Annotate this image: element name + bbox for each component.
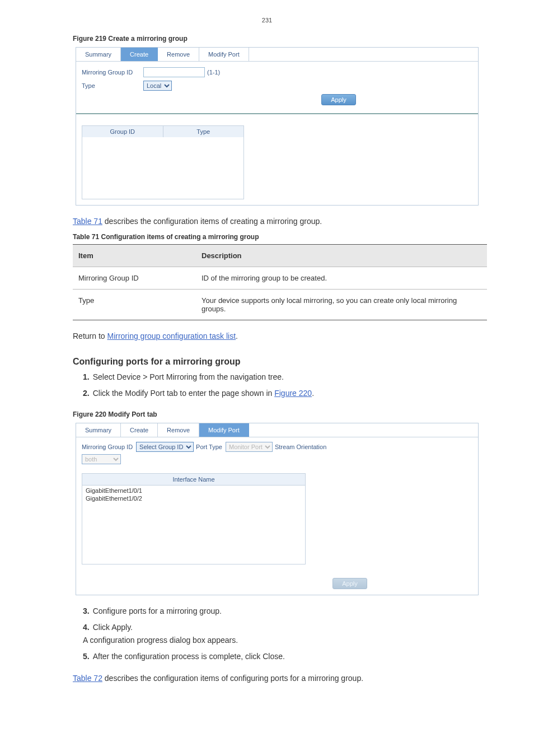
cell-desc: Your device supports only local mirrorin… (196, 290, 487, 320)
label-group-id: Mirroring Group ID (82, 444, 133, 450)
interface-grid: Interface Name GigabitEthernet1/0/1 Giga… (82, 473, 306, 564)
step-text: Configure ports for a mirroring group. (93, 606, 222, 615)
col-group-id: Group ID (82, 126, 163, 137)
step-num: 4. (83, 623, 90, 632)
apply-button[interactable]: Apply (332, 578, 367, 589)
table-71: Item Description Mirroring Group ID ID o… (73, 244, 487, 320)
page-number: 231 (22, 0, 512, 24)
table-row: Mirroring Group ID ID of the mirroring g… (73, 267, 487, 290)
step-text: Click Apply. (93, 623, 133, 632)
group-id-select[interactable]: Select Group ID (136, 442, 194, 452)
text-after-fig219: Table 71 describes the configuration ite… (73, 216, 487, 227)
th-desc: Description (196, 245, 487, 267)
tab-create[interactable]: Create (121, 423, 158, 437)
figure-220-caption: Figure 220 Modify Port tab (73, 410, 512, 418)
col-interface-name: Interface Name (82, 474, 305, 486)
step-1: 1.Select Device > Port Mirroring from th… (83, 371, 486, 383)
col-type: Type (163, 126, 244, 137)
apply-button[interactable]: Apply (321, 94, 356, 105)
cell-item: Mirroring Group ID (73, 267, 196, 290)
step-text-pre: Click the Modify Port tab to enter the p… (93, 389, 275, 398)
list-item[interactable]: GigabitEthernet1/0/1 (86, 487, 302, 494)
label-type: Type (82, 82, 143, 89)
step-text-post: . (312, 389, 314, 398)
text-after-fig219-post: describes the configuration items of cre… (102, 217, 322, 226)
link-table-72[interactable]: Table 72 (73, 674, 102, 683)
text-after-fig220-post: describes the configuration items of con… (102, 674, 363, 683)
tab-remove[interactable]: Remove (158, 423, 199, 437)
step-5: 5.After the configuration process is com… (83, 651, 486, 662)
cell-desc: ID of the mirroring group to be created. (196, 267, 487, 290)
step-num: 2. (83, 389, 90, 398)
step-num: 3. (83, 606, 90, 615)
text-after-fig220: Table 72 describes the configuration ite… (73, 673, 487, 684)
tab-summary[interactable]: Summary (76, 423, 121, 437)
create-form: Mirroring Group ID (1-1) Type Local Appl… (76, 62, 478, 114)
step-text: After the configuration process is compl… (93, 652, 285, 661)
tab-create[interactable]: Create (121, 48, 158, 61)
type-select[interactable]: Local (143, 81, 172, 91)
table-row: Type Your device supports only local mir… (73, 290, 487, 320)
step-4: 4.Click Apply. A configuration progress … (83, 622, 486, 646)
tab-remove[interactable]: Remove (158, 48, 199, 61)
tab-modify-port[interactable]: Modify Port (199, 423, 249, 437)
return-post: . (236, 332, 238, 340)
tabs-row: Summary Create Remove Modify Port (76, 48, 478, 62)
return-link-line: Return to Mirroring group configuration … (73, 330, 487, 342)
step-subline: A configuration progress dialog box appe… (83, 634, 486, 646)
steps-list-cont: 3.Configure ports for a mirroring group.… (83, 605, 486, 662)
step-text: Select Device > Port Mirroring from the … (93, 372, 284, 381)
modify-port-form: Mirroring Group ID Select Group ID Port … (76, 437, 478, 468)
modify-port-panel: Summary Create Remove Modify Port Mirror… (76, 423, 479, 595)
tabs-row-2: Summary Create Remove Modify Port (76, 423, 478, 437)
list-item[interactable]: GigabitEthernet1/0/2 (86, 494, 302, 502)
tab-summary[interactable]: Summary (76, 48, 121, 61)
port-type-select[interactable]: Monitor Port (226, 442, 273, 452)
label-stream: Stream Orientation (275, 444, 326, 450)
th-item: Item (73, 245, 196, 267)
link-table-71[interactable]: Table 71 (73, 217, 102, 226)
groups-grid-body (82, 137, 243, 199)
stream-select[interactable]: both (82, 454, 121, 464)
groups-grid: Group ID Type (82, 125, 244, 199)
step-2: 2.Click the Modify Port tab to enter the… (83, 388, 486, 399)
group-id-hint: (1-1) (207, 69, 220, 76)
link-figure-220[interactable]: Figure 220 (274, 389, 312, 398)
figure-219-caption: Figure 219 Create a mirroring group (73, 35, 512, 43)
cell-item: Type (73, 290, 196, 320)
group-id-input[interactable] (143, 67, 205, 77)
steps-list: 1.Select Device > Port Mirroring from th… (83, 371, 486, 399)
step-num: 5. (83, 652, 90, 661)
interface-grid-body: GigabitEthernet1/0/1 GigabitEthernet1/0/… (82, 486, 305, 564)
step-3: 3.Configure ports for a mirroring group. (83, 605, 486, 617)
tab-modify-port[interactable]: Modify Port (199, 48, 249, 61)
label-group-id: Mirroring Group ID (82, 69, 143, 76)
label-port-type: Port Type (196, 444, 222, 450)
return-pre: Return to (73, 332, 107, 340)
table-71-title: Table 71 Configuration items of creating… (73, 233, 512, 241)
section-title: Configuring ports for a mirroring group (73, 357, 512, 367)
create-mirroring-panel: Summary Create Remove Modify Port Mirror… (76, 47, 479, 206)
link-return[interactable]: Mirroring group configuration task list (107, 332, 236, 340)
step-num: 1. (83, 372, 90, 381)
